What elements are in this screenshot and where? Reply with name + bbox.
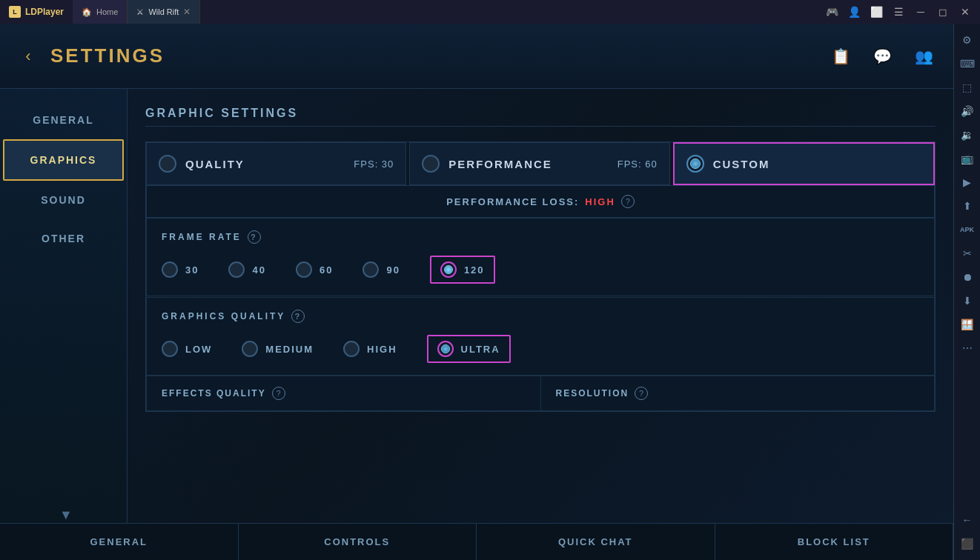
account-icon[interactable]: 👤 [844, 1, 864, 22]
graphics-quality-help-icon[interactable]: ? [291, 310, 305, 323]
screen-size-icon[interactable]: ⬚ [957, 77, 978, 98]
nav-graphics[interactable]: GRAPHICS [3, 139, 124, 181]
settings-header: ‹ SETTINGS 📋 💬 👥 [0, 24, 953, 89]
main-area: ‹ SETTINGS 📋 💬 👥 GENERAL GRAPHICS SOUND … [0, 24, 953, 560]
settings-title: SETTINGS [50, 44, 165, 67]
performance-label: PERFORMANCE [448, 158, 552, 170]
low-quality-option[interactable]: LOW [162, 341, 212, 357]
display-icon[interactable]: 📺 [957, 148, 978, 169]
high-quality-option[interactable]: HIGH [343, 341, 397, 357]
nav-general[interactable]: GENERAL [0, 101, 127, 139]
app-name: LDPlayer [25, 7, 64, 17]
upload-icon[interactable]: ⬆ [957, 196, 978, 216]
home-tab-label: Home [96, 7, 118, 16]
volume-up-icon[interactable]: 🔊 [957, 101, 978, 121]
home-tab[interactable]: 🏠 Home [73, 0, 128, 24]
content-area: GENERAL GRAPHICS SOUND OTHER GRAPHIC SET… [0, 89, 953, 560]
fps-90-radio [362, 261, 379, 278]
square-icon[interactable]: ⬛ [957, 533, 978, 554]
medium-quality-option[interactable]: MEDIUM [242, 341, 314, 357]
right-sidebar: ⚙ ⌨ ⬚ 🔊 🔉 📺 ▶ ⬆ APK ✂ ⏺ ⬇ 🪟 ⋯ ← ⬛ [953, 24, 980, 560]
graphic-settings-container: QUALITY FPS: 30 PERFORMANCE FPS: 60 CUST… [145, 141, 936, 412]
volume-down-icon[interactable]: 🔉 [957, 124, 978, 145]
download-icon[interactable]: ⬇ [957, 290, 978, 311]
play-icon[interactable]: ▶ [957, 172, 978, 193]
screen-icon[interactable]: ⬜ [866, 1, 887, 22]
nav-other[interactable]: OTHER [0, 219, 127, 258]
bottom-tabs: GENERAL CONTROLS QUICK CHAT BLOCK LIST [0, 523, 953, 560]
maximize-button[interactable]: ◻ [933, 1, 953, 22]
bottom-tab-general[interactable]: GENERAL [0, 524, 239, 560]
title-bar-left: L LDPlayer 🏠 Home ⚔ Wild Rift ✕ [0, 0, 200, 24]
frame-rate-section: FRAME RATE ? 30 40 [146, 218, 935, 296]
gamepad-icon[interactable]: 🎮 [821, 1, 842, 22]
graphics-quality-section: GRAPHICS QUALITY ? LOW MEDIUM [146, 297, 935, 376]
wildrift-tab[interactable]: ⚔ Wild Rift ✕ [128, 0, 200, 24]
clipboard-icon[interactable]: 📋 [826, 41, 855, 71]
fps-90-label: 90 [386, 264, 400, 276]
more-icon[interactable]: ⋯ [957, 338, 978, 359]
resolution-title: RESOLUTION [556, 388, 629, 399]
perf-loss-label: PERFORMANCE LOSS: [446, 196, 579, 207]
nav-sound[interactable]: SOUND [0, 181, 127, 219]
resolution-help-icon[interactable]: ? [635, 387, 648, 400]
fps-40-radio [228, 261, 245, 278]
back-arrow-icon[interactable]: ← [957, 510, 978, 530]
apk-icon[interactable]: APK [957, 219, 978, 240]
fps-90-option[interactable]: 90 [362, 261, 400, 278]
effects-quality-section: EFFECTS QUALITY ? [146, 376, 541, 411]
custom-radio [686, 155, 704, 173]
chat-icon[interactable]: 💬 [867, 41, 897, 71]
window-icon[interactable]: 🪟 [957, 314, 978, 335]
bottom-tab-quick-chat[interactable]: QUICK CHAT [477, 524, 715, 560]
scissors-icon[interactable]: ✂ [957, 243, 978, 264]
low-radio [162, 341, 178, 357]
perf-loss-help-icon[interactable]: ? [621, 195, 635, 208]
high-label: HIGH [367, 344, 397, 355]
fps-30-option[interactable]: 30 [162, 261, 199, 278]
fps-120-radio [440, 261, 457, 278]
ultra-radio [437, 341, 454, 357]
wildrift-tab-label: Wild Rift [148, 7, 179, 16]
performance-loss-bar: PERFORMANCE LOSS: HIGH ? [146, 185, 935, 218]
low-label: LOW [185, 344, 212, 355]
performance-radio [422, 155, 440, 173]
quality-label: QUALITY [185, 158, 245, 170]
app-icon: L [9, 6, 21, 18]
fps-120-option[interactable]: 120 [430, 256, 495, 284]
performance-mode-button[interactable]: PERFORMANCE FPS: 60 [409, 142, 669, 185]
ultra-quality-option[interactable]: ULTRA [427, 335, 511, 363]
menu-icon[interactable]: ☰ [888, 1, 909, 22]
bottom-sections: EFFECTS QUALITY ? RESOLUTION ? [146, 376, 935, 411]
resolution-section: RESOLUTION ? [541, 376, 936, 411]
fps-60-label: 60 [320, 264, 333, 276]
close-tab-button[interactable]: ✕ [183, 7, 191, 17]
graphics-quality-options: LOW MEDIUM HIGH ULTRA [162, 335, 919, 363]
keyboard-icon[interactable]: ⌨ [957, 53, 978, 74]
effects-quality-title: EFFECTS QUALITY [162, 388, 266, 399]
fps-40-option[interactable]: 40 [228, 261, 265, 278]
bottom-tab-controls[interactable]: CONTROLS [239, 524, 477, 560]
close-button[interactable]: ✕ [955, 1, 976, 22]
frame-rate-help-icon[interactable]: ? [248, 230, 261, 244]
quality-mode-button[interactable]: QUALITY FPS: 30 [146, 142, 406, 185]
fps-60-option[interactable]: 60 [296, 261, 333, 278]
effects-quality-help-icon[interactable]: ? [272, 387, 285, 400]
quality-radio [159, 155, 176, 173]
minimize-button[interactable]: ─ [910, 1, 931, 22]
fps-60-radio [296, 261, 312, 278]
bottom-tab-block-list[interactable]: BLOCK LIST [715, 524, 954, 560]
back-button[interactable]: ‹ [15, 43, 42, 70]
friends-icon[interactable]: 👥 [909, 41, 938, 71]
medium-label: MEDIUM [265, 344, 314, 355]
record-icon[interactable]: ⏺ [957, 267, 978, 287]
title-bar: L LDPlayer 🏠 Home ⚔ Wild Rift ✕ 🎮 👤 ⬜ ☰ … [0, 0, 980, 24]
perf-loss-value: HIGH [585, 196, 615, 207]
performance-fps: FPS: 60 [618, 159, 658, 170]
left-nav: GENERAL GRAPHICS SOUND OTHER [0, 89, 128, 560]
custom-mode-button[interactable]: CUSTOM [673, 142, 935, 185]
settings-sidebar-icon[interactable]: ⚙ [957, 30, 978, 50]
header-icons: 📋 💬 👥 [826, 41, 938, 71]
settings-panel: GRAPHIC SETTINGS QUALITY FPS: 30 PERFORM… [128, 89, 953, 560]
app-tab[interactable]: L LDPlayer [0, 0, 73, 24]
